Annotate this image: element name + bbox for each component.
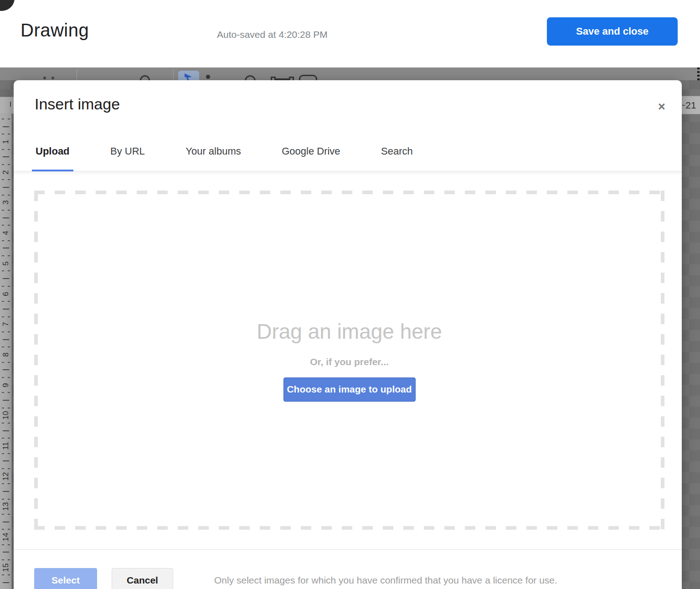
- ruler-tick: [3, 156, 9, 157]
- ruler-tick: [3, 187, 9, 188]
- scrollbar-fragment: [697, 67, 700, 80]
- ruler-number: 5: [1, 258, 11, 269]
- ruler-tick: [2, 574, 4, 575]
- ruler-tick: [8, 164, 10, 165]
- dialog-content: Drag an image here Or, if you prefer... …: [14, 171, 682, 549]
- image-dropzone[interactable]: Drag an image here Or, if you prefer... …: [34, 191, 664, 530]
- ruler-number: 2: [1, 166, 11, 178]
- ruler-number: 14: [1, 531, 11, 543]
- tab-google-drive[interactable]: Google Drive: [278, 145, 344, 171]
- ruler-number: 3: [1, 196, 11, 208]
- ruler-label: 21: [685, 100, 696, 110]
- ruler-tick: [3, 522, 9, 522]
- ruler-tick: [8, 438, 10, 439]
- editor-toolbar: [0, 67, 700, 80]
- ruler-tick: [2, 195, 4, 196]
- dialog-tabbar: Upload By URL Your albums Google Drive S…: [14, 145, 682, 171]
- line-tool-endpoint-icon: [289, 77, 294, 80]
- ruler-number: 15: [1, 562, 11, 574]
- ruler-number: 4: [1, 227, 11, 239]
- ruler-number: 8: [1, 349, 11, 361]
- ruler-tick: [3, 582, 9, 583]
- close-icon[interactable]: ×: [654, 98, 670, 115]
- ruler-tick: [2, 377, 4, 378]
- ruler-tick: [8, 270, 10, 271]
- ruler-tick: [8, 301, 10, 302]
- dropzone-subline: Or, if you prefer...: [310, 356, 389, 367]
- ruler-tick: [2, 483, 4, 484]
- choose-image-button[interactable]: Choose an image to upload: [283, 377, 416, 402]
- ruler-tick: [2, 240, 4, 241]
- textbox-tool-icon: [299, 75, 317, 80]
- ruler-tick: [2, 408, 4, 408]
- ruler-tick: [2, 346, 4, 347]
- ruler-number: 9: [1, 379, 11, 391]
- ruler-tick: [2, 316, 4, 317]
- ruler-tick: [3, 400, 9, 401]
- ruler-tick: [2, 270, 4, 271]
- ruler-tick: [2, 301, 4, 302]
- ruler-tick: [8, 346, 10, 347]
- cancel-button[interactable]: Cancel: [112, 568, 173, 589]
- ruler-tick: [3, 491, 9, 492]
- licence-notice: Only select images for which you have co…: [214, 568, 557, 589]
- ruler-number: 6: [1, 288, 11, 300]
- ruler-tick: [8, 392, 10, 393]
- ruler-tick: [2, 179, 4, 180]
- ruler-number: 7: [1, 318, 11, 330]
- text-tool-icon: [206, 75, 210, 79]
- ruler-tick: [2, 149, 4, 150]
- dialog-footer: Select Cancel Only select images for whi…: [14, 549, 682, 589]
- ruler-tick: [8, 362, 10, 363]
- ruler-number: 11: [1, 440, 11, 452]
- redo-icon: [51, 77, 54, 79]
- ruler-number: 12: [1, 470, 11, 482]
- ruler-tick: [2, 331, 4, 332]
- ruler-tick: [8, 483, 10, 484]
- ruler-tick: [2, 453, 4, 454]
- ruler-tick: [8, 331, 10, 332]
- toolbar-divider: [173, 69, 174, 80]
- ruler-tick: [8, 468, 10, 469]
- select-button[interactable]: Select: [34, 568, 97, 589]
- ruler-tick: [3, 430, 9, 431]
- ruler-number: 1: [1, 136, 11, 148]
- tab-by-url[interactable]: By URL: [107, 145, 149, 171]
- ruler-tick: [8, 377, 10, 378]
- ruler-tick: [8, 316, 10, 317]
- tab-your-albums[interactable]: Your albums: [182, 145, 244, 171]
- ruler-tick: [8, 574, 10, 575]
- ruler-tick: [2, 134, 4, 134]
- ruler-tick: [8, 255, 10, 256]
- tab-upload[interactable]: Upload: [32, 145, 73, 171]
- ruler-tick: [8, 225, 10, 226]
- ruler-tick: [2, 529, 4, 530]
- dialog-header: Insert image × Upload By URL Your albums…: [14, 80, 682, 171]
- ruler-tick: [3, 309, 9, 310]
- ruler-tick: [8, 529, 10, 530]
- avatar-fragment: [0, 0, 15, 11]
- ruler-tick: [3, 248, 9, 248]
- ruler-tick: [2, 286, 4, 287]
- ruler-tick: [3, 369, 9, 370]
- autosave-status: Auto-saved at 4:20:28 PM: [217, 29, 328, 40]
- ruler-tick: [2, 255, 4, 256]
- ruler-tick: [8, 544, 10, 545]
- app-title: Drawing: [21, 20, 89, 41]
- ruler-tick: [8, 286, 10, 287]
- ruler-tick: [2, 119, 4, 119]
- ruler-tick: [3, 126, 9, 127]
- ruler-tick: [3, 278, 9, 279]
- ruler-tick: [8, 559, 10, 560]
- tab-search[interactable]: Search: [377, 145, 417, 171]
- app-header: Drawing Auto-saved at 4:20:28 PM Save an…: [0, 0, 700, 67]
- ruler-number: 13: [1, 501, 11, 512]
- ruler-tick: [2, 210, 4, 211]
- ruler-tick: [8, 514, 10, 515]
- ruler-tick: [2, 544, 4, 545]
- save-and-close-button[interactable]: Save and close: [547, 17, 678, 46]
- ruler-tick: [8, 179, 10, 180]
- ruler-tick: [8, 134, 10, 134]
- ruler-tick: [8, 149, 10, 150]
- ruler-tick: [3, 339, 9, 340]
